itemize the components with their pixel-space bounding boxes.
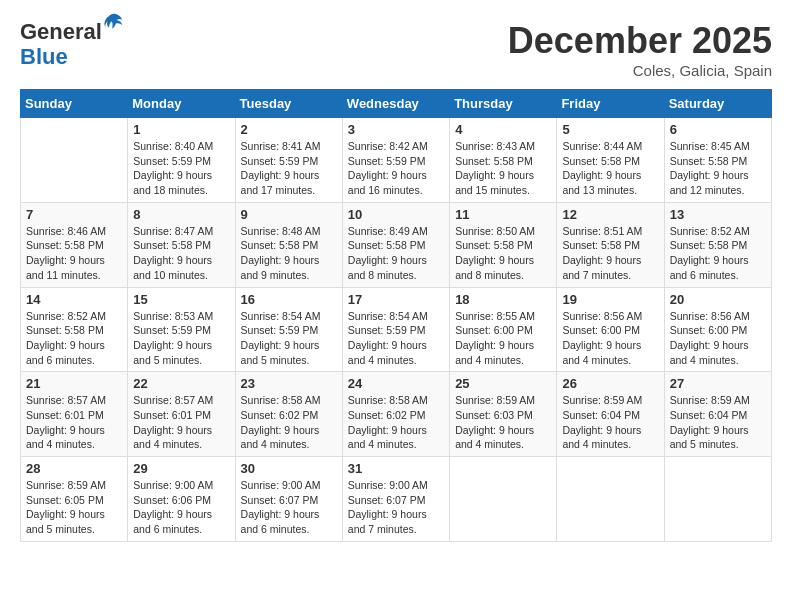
calendar-cell: 6Sunrise: 8:45 AMSunset: 5:58 PMDaylight… [664,118,771,203]
calendar-cell: 13Sunrise: 8:52 AMSunset: 5:58 PMDayligh… [664,202,771,287]
day-number: 16 [241,292,337,307]
day-info: Sunrise: 8:59 AMSunset: 6:05 PMDaylight:… [26,478,122,537]
day-info: Sunrise: 8:56 AMSunset: 6:00 PMDaylight:… [562,309,658,368]
day-info: Sunrise: 8:40 AMSunset: 5:59 PMDaylight:… [133,139,229,198]
day-number: 2 [241,122,337,137]
day-info: Sunrise: 8:43 AMSunset: 5:58 PMDaylight:… [455,139,551,198]
day-number: 19 [562,292,658,307]
day-info: Sunrise: 8:50 AMSunset: 5:58 PMDaylight:… [455,224,551,283]
weekday-header-friday: Friday [557,90,664,118]
calendar-cell [21,118,128,203]
day-number: 5 [562,122,658,137]
calendar-week-row: 14Sunrise: 8:52 AMSunset: 5:58 PMDayligh… [21,287,772,372]
day-number: 12 [562,207,658,222]
calendar-cell: 4Sunrise: 8:43 AMSunset: 5:58 PMDaylight… [450,118,557,203]
page-header: General Blue December 2025 Coles, Galici… [20,20,772,79]
logo-general: General [20,20,102,44]
calendar-cell: 3Sunrise: 8:42 AMSunset: 5:59 PMDaylight… [342,118,449,203]
day-info: Sunrise: 8:52 AMSunset: 5:58 PMDaylight:… [670,224,766,283]
weekday-header-sunday: Sunday [21,90,128,118]
calendar-cell: 29Sunrise: 9:00 AMSunset: 6:06 PMDayligh… [128,457,235,542]
day-info: Sunrise: 8:49 AMSunset: 5:58 PMDaylight:… [348,224,444,283]
day-number: 21 [26,376,122,391]
day-number: 4 [455,122,551,137]
calendar-cell [450,457,557,542]
calendar-week-row: 7Sunrise: 8:46 AMSunset: 5:58 PMDaylight… [21,202,772,287]
logo-blue: Blue [20,44,68,69]
calendar-cell: 24Sunrise: 8:58 AMSunset: 6:02 PMDayligh… [342,372,449,457]
calendar-cell: 14Sunrise: 8:52 AMSunset: 5:58 PMDayligh… [21,287,128,372]
day-number: 11 [455,207,551,222]
day-number: 25 [455,376,551,391]
calendar-cell: 25Sunrise: 8:59 AMSunset: 6:03 PMDayligh… [450,372,557,457]
weekday-header-tuesday: Tuesday [235,90,342,118]
day-number: 13 [670,207,766,222]
day-number: 28 [26,461,122,476]
day-info: Sunrise: 8:58 AMSunset: 6:02 PMDaylight:… [348,393,444,452]
day-info: Sunrise: 8:51 AMSunset: 5:58 PMDaylight:… [562,224,658,283]
day-info: Sunrise: 8:57 AMSunset: 6:01 PMDaylight:… [133,393,229,452]
weekday-header-wednesday: Wednesday [342,90,449,118]
calendar-cell: 2Sunrise: 8:41 AMSunset: 5:59 PMDaylight… [235,118,342,203]
day-info: Sunrise: 8:41 AMSunset: 5:59 PMDaylight:… [241,139,337,198]
calendar-cell: 12Sunrise: 8:51 AMSunset: 5:58 PMDayligh… [557,202,664,287]
calendar-cell: 27Sunrise: 8:59 AMSunset: 6:04 PMDayligh… [664,372,771,457]
calendar-cell: 10Sunrise: 8:49 AMSunset: 5:58 PMDayligh… [342,202,449,287]
calendar-week-row: 28Sunrise: 8:59 AMSunset: 6:05 PMDayligh… [21,457,772,542]
day-number: 17 [348,292,444,307]
day-number: 23 [241,376,337,391]
calendar-cell: 28Sunrise: 8:59 AMSunset: 6:05 PMDayligh… [21,457,128,542]
day-number: 15 [133,292,229,307]
weekday-header-row: SundayMondayTuesdayWednesdayThursdayFrid… [21,90,772,118]
weekday-header-monday: Monday [128,90,235,118]
calendar-cell: 26Sunrise: 8:59 AMSunset: 6:04 PMDayligh… [557,372,664,457]
weekday-header-saturday: Saturday [664,90,771,118]
calendar-cell: 17Sunrise: 8:54 AMSunset: 5:59 PMDayligh… [342,287,449,372]
day-info: Sunrise: 8:57 AMSunset: 6:01 PMDaylight:… [26,393,122,452]
day-info: Sunrise: 8:45 AMSunset: 5:58 PMDaylight:… [670,139,766,198]
title-block: December 2025 Coles, Galicia, Spain [508,20,772,79]
calendar-cell: 31Sunrise: 9:00 AMSunset: 6:07 PMDayligh… [342,457,449,542]
calendar-table: SundayMondayTuesdayWednesdayThursdayFrid… [20,89,772,542]
calendar-cell [664,457,771,542]
calendar-cell: 8Sunrise: 8:47 AMSunset: 5:58 PMDaylight… [128,202,235,287]
day-info: Sunrise: 8:42 AMSunset: 5:59 PMDaylight:… [348,139,444,198]
weekday-header-thursday: Thursday [450,90,557,118]
calendar-cell: 11Sunrise: 8:50 AMSunset: 5:58 PMDayligh… [450,202,557,287]
day-info: Sunrise: 8:55 AMSunset: 6:00 PMDaylight:… [455,309,551,368]
month-title: December 2025 [508,20,772,62]
day-info: Sunrise: 8:59 AMSunset: 6:03 PMDaylight:… [455,393,551,452]
calendar-cell [557,457,664,542]
day-info: Sunrise: 8:44 AMSunset: 5:58 PMDaylight:… [562,139,658,198]
location-title: Coles, Galicia, Spain [508,62,772,79]
day-info: Sunrise: 9:00 AMSunset: 6:07 PMDaylight:… [348,478,444,537]
day-info: Sunrise: 8:53 AMSunset: 5:59 PMDaylight:… [133,309,229,368]
calendar-cell: 30Sunrise: 9:00 AMSunset: 6:07 PMDayligh… [235,457,342,542]
calendar-cell: 15Sunrise: 8:53 AMSunset: 5:59 PMDayligh… [128,287,235,372]
calendar-cell: 20Sunrise: 8:56 AMSunset: 6:00 PMDayligh… [664,287,771,372]
day-number: 29 [133,461,229,476]
day-number: 27 [670,376,766,391]
calendar-cell: 1Sunrise: 8:40 AMSunset: 5:59 PMDaylight… [128,118,235,203]
calendar-cell: 5Sunrise: 8:44 AMSunset: 5:58 PMDaylight… [557,118,664,203]
calendar-cell: 21Sunrise: 8:57 AMSunset: 6:01 PMDayligh… [21,372,128,457]
calendar-cell: 23Sunrise: 8:58 AMSunset: 6:02 PMDayligh… [235,372,342,457]
logo-wordmark: General Blue [20,20,124,70]
day-number: 9 [241,207,337,222]
day-info: Sunrise: 8:48 AMSunset: 5:58 PMDaylight:… [241,224,337,283]
day-number: 10 [348,207,444,222]
day-info: Sunrise: 8:59 AMSunset: 6:04 PMDaylight:… [562,393,658,452]
day-number: 6 [670,122,766,137]
day-number: 31 [348,461,444,476]
day-number: 7 [26,207,122,222]
day-number: 20 [670,292,766,307]
day-info: Sunrise: 8:56 AMSunset: 6:00 PMDaylight:… [670,309,766,368]
day-info: Sunrise: 8:59 AMSunset: 6:04 PMDaylight:… [670,393,766,452]
day-info: Sunrise: 8:58 AMSunset: 6:02 PMDaylight:… [241,393,337,452]
day-number: 14 [26,292,122,307]
day-number: 1 [133,122,229,137]
day-info: Sunrise: 9:00 AMSunset: 6:07 PMDaylight:… [241,478,337,537]
calendar-cell: 19Sunrise: 8:56 AMSunset: 6:00 PMDayligh… [557,287,664,372]
day-number: 24 [348,376,444,391]
day-info: Sunrise: 8:46 AMSunset: 5:58 PMDaylight:… [26,224,122,283]
